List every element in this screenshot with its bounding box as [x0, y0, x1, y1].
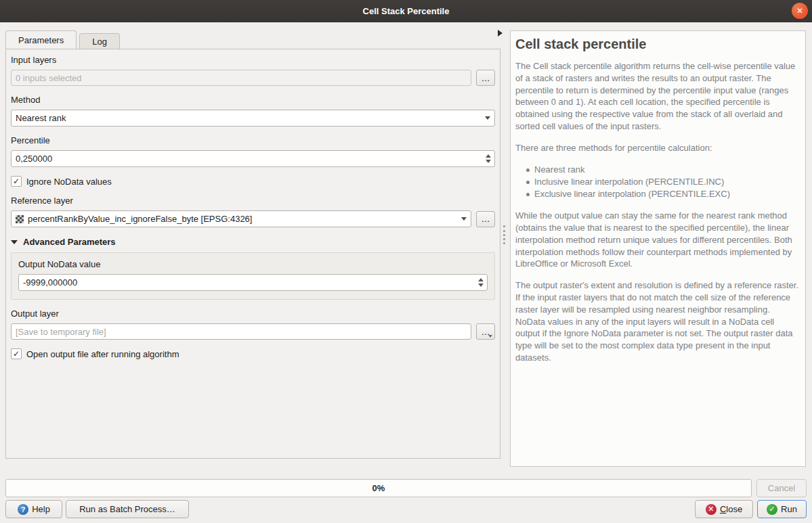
run-button-label: Run	[781, 504, 797, 514]
spin-up-icon	[478, 278, 484, 281]
help-icon: ?	[18, 504, 28, 515]
window-close-button[interactable]: ✕	[792, 3, 808, 19]
window-title: Cell Stack Percentile	[363, 6, 450, 16]
help-paragraph: The output raster's extent and resolutio…	[515, 279, 798, 364]
collapse-triangle-icon	[11, 240, 18, 244]
tab-log[interactable]: Log	[79, 33, 120, 49]
run-button[interactable]: ✓ Run	[757, 500, 807, 518]
output-layer-field[interactable]: [Save to temporary file]	[11, 323, 471, 340]
tab-bar: Parameters Log	[5, 31, 120, 49]
run-as-batch-label: Run as Batch Process…	[79, 504, 175, 514]
output-layer-label: Output layer	[11, 309, 495, 319]
output-layer-browse-button[interactable]: …	[476, 323, 495, 340]
close-icon: ✕	[796, 6, 803, 16]
chevron-down-icon	[461, 217, 467, 221]
help-panel: Cell stack percentile The Cell stack per…	[510, 30, 806, 467]
percentile-spinbox[interactable]: 0,250000	[11, 150, 495, 167]
help-paragraph: The Cell stack percentile algorithm retu…	[515, 60, 798, 133]
spin-down-icon	[478, 283, 484, 287]
open-output-label: Open output file after running algorithm	[26, 349, 179, 359]
cancel-label: Cancel	[768, 483, 795, 493]
tab-log-label: Log	[92, 37, 107, 47]
progress-value: 0%	[372, 483, 385, 493]
ignore-nodata-row: ✓ Ignore NoData values	[11, 176, 495, 187]
help-title: Cell stack percentile	[515, 37, 798, 52]
raster-layer-icon	[16, 215, 24, 223]
help-paragraph: There are three methods for percentile c…	[515, 142, 798, 154]
open-output-checkbox[interactable]: ✓	[11, 348, 22, 359]
method-label: Method	[11, 95, 495, 105]
help-method-list: Nearest rank Inclusive linear interpolat…	[515, 164, 798, 201]
ignore-nodata-checkbox[interactable]: ✓	[11, 176, 22, 187]
chevron-down-icon	[485, 116, 490, 120]
tab-parameters-label: Parameters	[18, 35, 64, 45]
input-layers-field[interactable]: 0 inputs selected	[11, 70, 471, 86]
output-nodata-value: -9999,000000	[23, 277, 475, 288]
progress-bar: 0%	[5, 479, 752, 497]
method-value: Nearest rank	[16, 113, 66, 123]
cell-stack-percentile-dialog: { "window": { "title": "Cell Stack Perce…	[0, 0, 812, 523]
output-nodata-spin-buttons[interactable]	[475, 275, 487, 290]
input-layers-value: 0 inputs selected	[16, 73, 82, 83]
input-layers-browse-button[interactable]: …	[476, 70, 495, 86]
method-combobox[interactable]: Nearest rank	[11, 110, 495, 127]
titlebar: Cell Stack Percentile ✕	[0, 0, 812, 22]
parameters-pane: Input layers 0 inputs selected … Method …	[5, 49, 500, 459]
collapse-help-panel-icon[interactable]	[498, 30, 503, 37]
open-output-row: ✓ Open output file after running algorit…	[11, 348, 495, 359]
run-check-icon: ✓	[767, 504, 777, 515]
check-icon: ✓	[13, 349, 20, 359]
list-item: Inclusive linear interpolation (PERCENTI…	[534, 176, 798, 188]
output-layer-placeholder: [Save to temporary file]	[16, 327, 106, 337]
help-button-label: Help	[32, 504, 50, 514]
advanced-parameters-group: Output NoData value -9999,000000	[11, 252, 495, 300]
advanced-parameters-title: Advanced Parameters	[23, 237, 116, 247]
input-layers-label: Input layers	[11, 55, 495, 65]
close-x-icon: ✕	[706, 504, 717, 515]
ellipsis-icon: …	[482, 214, 490, 224]
splitter-handle[interactable]	[503, 225, 505, 244]
list-item: Exclusive linear interpolation (PERCENTI…	[534, 188, 798, 200]
check-icon: ✓	[13, 177, 20, 186]
ellipsis-icon: …	[482, 73, 490, 83]
reference-layer-value: percentRankByValue_inc_ignoreFalse_byte …	[28, 214, 252, 224]
help-button[interactable]: ? Help	[5, 500, 62, 518]
percentile-label: Percentile	[11, 135, 495, 145]
output-nodata-spinbox[interactable]: -9999,000000	[18, 274, 488, 291]
spin-up-icon	[486, 154, 491, 158]
chevron-down-icon	[488, 335, 492, 338]
close-button-label: Close	[720, 504, 742, 514]
reference-layer-combobox[interactable]: percentRankByValue_inc_ignoreFalse_byte …	[11, 210, 471, 227]
advanced-parameters-header[interactable]: Advanced Parameters	[11, 237, 495, 247]
percentile-spin-buttons[interactable]	[482, 151, 494, 166]
reference-layer-browse-button[interactable]: …	[476, 211, 495, 227]
reference-layer-label: Reference layer	[11, 196, 495, 206]
help-paragraph: While the output value can stay the same…	[515, 210, 798, 270]
list-item: Nearest rank	[534, 164, 798, 176]
output-nodata-label: Output NoData value	[18, 259, 488, 269]
ignore-nodata-label: Ignore NoData values	[26, 177, 112, 187]
tab-parameters[interactable]: Parameters	[5, 30, 77, 49]
run-as-batch-button[interactable]: Run as Batch Process…	[66, 500, 189, 518]
spin-down-icon	[486, 160, 491, 163]
percentile-value: 0,250000	[16, 154, 482, 164]
cancel-button[interactable]: Cancel	[756, 479, 807, 497]
close-button[interactable]: ✕ Close	[695, 500, 753, 518]
